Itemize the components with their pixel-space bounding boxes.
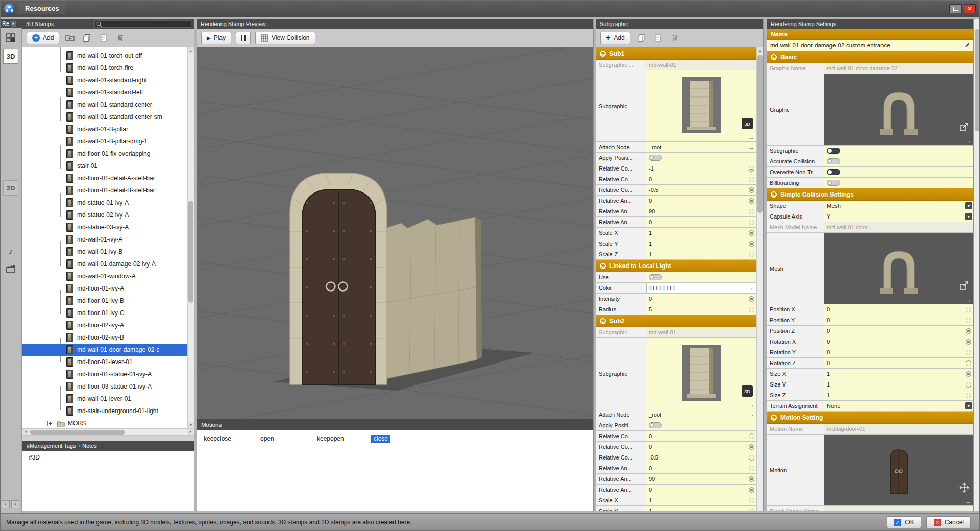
export-badge-icon[interactable] [959, 122, 970, 133]
property-value[interactable]: 1 [646, 238, 756, 249]
open-detail-arrow-icon[interactable]: → [965, 296, 971, 303]
scroll-down-icon[interactable]: ▼ [188, 422, 194, 428]
property-value[interactable]: 1 [824, 379, 973, 390]
tab-3d-stamps[interactable]: 3D [3, 49, 18, 64]
property-value[interactable]: 0 [646, 294, 756, 304]
open-detail-arrow-icon[interactable]: → [748, 285, 754, 291]
property-value[interactable]: FFFFFFFF→ [646, 283, 756, 293]
stepper-icon[interactable] [966, 328, 971, 334]
view-collision-button[interactable]: View Collision [255, 32, 315, 44]
stepper-icon[interactable] [749, 241, 754, 247]
property-value[interactable]: 0 [646, 217, 756, 227]
dropdown-icon[interactable]: ▼ [965, 402, 972, 409]
property-value[interactable]: 1 [824, 390, 973, 400]
scrollbar-thumb[interactable] [975, 29, 980, 131]
section-header[interactable]: Basic [767, 51, 973, 63]
tree-item[interactable]: md-wall-01-ivy-B [22, 246, 187, 258]
tree-item[interactable]: md-wall-01-torch-out-off [22, 50, 187, 62]
wall-thumbnail[interactable] [678, 76, 724, 137]
tree-item[interactable]: md-wall-01-window-A [22, 270, 187, 282]
scroll-up-icon[interactable]: ▲ [188, 47, 194, 54]
open-detail-arrow-icon[interactable]: → [748, 412, 754, 418]
scrollbar-thumb[interactable] [30, 430, 125, 435]
toggle-switch[interactable] [649, 155, 662, 161]
stepper-icon[interactable] [749, 166, 754, 172]
3d-badge-icon[interactable]: 3D [742, 385, 753, 397]
stepper-icon[interactable] [966, 393, 971, 398]
property-value[interactable]: -0.5 [646, 185, 756, 195]
copy-button[interactable] [635, 32, 647, 44]
stepper-icon[interactable] [966, 382, 971, 388]
scroll-right-icon[interactable]: ▸ [187, 429, 194, 435]
property-value[interactable] [646, 420, 756, 430]
close-button[interactable]: × [964, 4, 976, 13]
stepper-icon[interactable] [749, 444, 754, 450]
tree-item[interactable]: md-wall-01-door-damage-02-c [22, 344, 187, 356]
toggle-switch[interactable] [827, 180, 840, 186]
toggle-switch[interactable] [827, 158, 840, 164]
stepper-icon[interactable] [749, 476, 754, 482]
property-value[interactable]: 1 [646, 228, 756, 238]
wall-thumbnail[interactable] [678, 343, 724, 404]
tree-item[interactable]: md-statue-02-ivy-A [22, 209, 187, 221]
tree-item[interactable]: md-wall-01-B-pillar [22, 123, 187, 135]
tree-item[interactable]: md-floor-01-ivy-B [22, 295, 187, 307]
toggle-switch[interactable] [649, 274, 662, 280]
property-value[interactable]: 1 [824, 369, 973, 379]
property-value[interactable]: 0 [646, 485, 756, 495]
tree-item[interactable]: md-wall-01-B-pillar-dmg-1 [22, 135, 187, 148]
section-header[interactable]: Sub1 [596, 47, 756, 60]
property-value[interactable]: 1 [646, 506, 756, 511]
tree-item[interactable]: md-floor-03-statue-01-ivy-A [22, 380, 187, 393]
property-value[interactable]: 0 [824, 358, 973, 368]
property-value[interactable]: 0 [824, 304, 973, 315]
audio-icon[interactable]: ♪ [3, 244, 18, 259]
property-value[interactable]: 3D→ [646, 338, 756, 409]
tree-horizontal-scrollbar[interactable]: ◂ ▸ [22, 428, 194, 436]
stamp-tool-icon[interactable] [3, 30, 18, 45]
3d-viewport[interactable] [197, 47, 593, 419]
open-detail-arrow-icon[interactable]: → [965, 137, 971, 144]
tree-item[interactable]: md-wall-01-standard-center [22, 99, 187, 111]
stepper-icon[interactable] [966, 360, 971, 366]
property-value[interactable]: → [824, 233, 973, 304]
scroll-left-icon[interactable]: ◂ [22, 429, 29, 435]
edit-pencil-icon[interactable] [964, 42, 970, 49]
move-badge-icon[interactable] [959, 482, 970, 493]
property-value[interactable]: 90 [646, 474, 756, 484]
tree-item[interactable]: md-floor-01-fix-overlapping [22, 148, 187, 160]
delete-button[interactable] [669, 32, 681, 44]
stepper-icon[interactable] [749, 209, 754, 214]
motion-item[interactable]: close [371, 435, 428, 442]
open-detail-arrow-icon[interactable]: → [748, 401, 754, 408]
tree-item[interactable]: md-wall-01-standard-right [22, 74, 187, 86]
stepper-icon[interactable] [749, 487, 754, 493]
section-header[interactable]: Linked to Local Light [596, 260, 756, 272]
tree-folder-mobs[interactable]: MOBS [22, 417, 187, 428]
property-value[interactable] [824, 156, 973, 166]
stepper-icon[interactable] [749, 433, 754, 439]
stepper-icon[interactable] [749, 307, 754, 312]
expand-icon[interactable] [47, 421, 53, 426]
property-value[interactable]: 1 [646, 495, 756, 505]
property-value[interactable] [824, 178, 973, 188]
stepper-icon[interactable] [749, 187, 754, 193]
tree-vertical-scrollbar[interactable]: ▲ ▼ [187, 47, 194, 428]
scrollbar-thumb[interactable] [757, 55, 763, 213]
open-detail-arrow-icon[interactable]: → [965, 498, 971, 505]
tree-item[interactable]: md-floor-01-lever-01 [22, 356, 187, 368]
tree-item[interactable]: md-floor-02-ivy-B [22, 331, 187, 344]
property-value[interactable]: 0 [646, 431, 756, 441]
property-value[interactable]: 0 [824, 347, 973, 357]
tree-item[interactable]: md-wall-01-standard-center-sm [22, 111, 187, 123]
settings-scrollbar[interactable] [974, 19, 980, 511]
section-header[interactable]: Motion Setting [767, 412, 973, 424]
property-value[interactable]: 0 [646, 196, 756, 206]
add-folder-button[interactable] [64, 32, 76, 44]
add-stamp-button[interactable]: + Add [27, 32, 59, 44]
stepper-icon[interactable] [749, 498, 754, 503]
tree-item[interactable]: md-floor-02-ivy-A [22, 319, 187, 331]
tree-item[interactable]: stair-01 [22, 160, 187, 172]
property-value[interactable]: -0.5 [646, 452, 756, 463]
stepper-icon[interactable] [749, 252, 754, 257]
